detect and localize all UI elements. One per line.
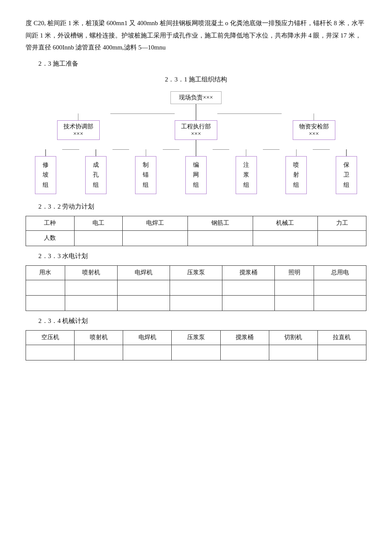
section-234-title: 2．3．4 机械计划 <box>38 315 366 327</box>
machine-c4 <box>220 345 269 360</box>
machine-header-row: 空压机 喷射机 电焊机 压浆泵 搅浆桶 切割机 拉直机 <box>26 330 366 345</box>
utility-c3 <box>170 280 222 295</box>
utility-c2 <box>117 280 170 295</box>
intro-paragraph: 度 C20, 桩间距 1 米，桩顶梁 600mn1 又 400mnb 桩间挂钢板… <box>26 17 366 54</box>
machine-c6 <box>317 345 366 360</box>
utility-row1 <box>26 280 366 295</box>
utility-row2 <box>26 295 366 311</box>
utility-h6: 总用电 <box>314 265 366 280</box>
utility-h2: 电焊机 <box>117 265 170 280</box>
org-l2-v3 <box>196 149 196 156</box>
org-l2-5: 喷 射 组 <box>285 156 307 194</box>
labor-h0: 工种 <box>26 216 75 230</box>
labor-cell-2 <box>123 230 188 246</box>
utility-h1: 喷射机 <box>65 265 117 280</box>
labor-h3: 钢筋工 <box>188 216 253 230</box>
utility-c0 <box>26 280 65 295</box>
utility-r2c3 <box>170 295 222 311</box>
org-l1-2: 物资安检部 ××× <box>293 120 335 140</box>
utility-c4 <box>222 280 275 295</box>
utility-h0: 用水 <box>26 265 65 280</box>
utility-header-row: 用水 喷射机 电焊机 压浆泵 搅浆桶 照明 总用电 <box>26 265 366 280</box>
org-v1 <box>78 113 79 120</box>
utility-r2c2 <box>117 295 170 311</box>
machine-table-container: 空压机 喷射机 电焊机 压浆泵 搅浆桶 切割机 拉直机 <box>26 330 366 360</box>
machine-data-row <box>26 345 366 360</box>
org-l2-0: 修 坡 组 <box>35 156 56 194</box>
machine-table: 空压机 喷射机 电焊机 压浆泵 搅浆桶 切割机 拉直机 <box>26 330 366 360</box>
section-233-title: 2．3．3 水电计划 <box>38 250 366 262</box>
utility-h3: 压浆泵 <box>170 265 222 280</box>
utility-h5: 照明 <box>275 265 314 280</box>
labor-cell-5 <box>318 230 366 246</box>
labor-row-label: 人数 <box>26 230 75 246</box>
org-l2-v2 <box>146 149 147 156</box>
utility-r2c0 <box>26 295 65 311</box>
utility-r2c4 <box>222 295 275 311</box>
machine-c0 <box>26 345 75 360</box>
utility-r2c1 <box>65 295 117 311</box>
machine-h6: 拉直机 <box>317 330 366 345</box>
machine-h4: 搅浆桶 <box>220 330 269 345</box>
utility-c1 <box>65 280 117 295</box>
machine-c2 <box>123 345 172 360</box>
machine-h1: 喷射机 <box>75 330 123 345</box>
org-v3 <box>314 113 314 120</box>
org-l1-1: 工程执行部 ××× <box>175 120 217 140</box>
org-l2-v6 <box>346 149 347 156</box>
utility-c5 <box>275 280 314 295</box>
org-l2-v5 <box>296 149 297 156</box>
machine-c3 <box>172 345 220 360</box>
machine-h0: 空压机 <box>26 330 75 345</box>
machine-h3: 压浆泵 <box>172 330 220 345</box>
org-v2 <box>196 113 196 120</box>
org-root: 现场负责××× <box>170 91 222 104</box>
labor-h1: 电工 <box>74 216 123 230</box>
labor-cell-3 <box>188 230 253 246</box>
org-l2-v4 <box>246 149 247 156</box>
labor-table: 工种 电工 电焊工 钢筋工 机械工 力工 人数 <box>26 216 366 246</box>
utility-h4: 搅浆桶 <box>222 265 275 280</box>
org-l2-2: 制 锚 组 <box>135 156 156 194</box>
labor-data-row: 人数 <box>26 230 366 246</box>
machine-h2: 电焊机 <box>123 330 172 345</box>
labor-h5: 力工 <box>318 216 366 230</box>
utility-r2c5 <box>275 295 314 311</box>
org-l2-6: 保 卫 组 <box>336 156 357 194</box>
utility-r2c6 <box>314 295 366 311</box>
labor-h4: 机械工 <box>253 216 318 230</box>
section-23-title: 2．3 施工准备 <box>38 58 366 70</box>
utility-c6 <box>314 280 366 295</box>
labor-header-row: 工种 电工 电焊工 钢筋工 机械工 力工 <box>26 216 366 230</box>
org-chart: 现场负责××× 技术协调部 ××× <box>26 91 366 194</box>
org-l2-1: 成 孔 组 <box>85 156 107 194</box>
labor-table-container: 工种 电工 电焊工 钢筋工 机械工 力工 人数 <box>26 216 366 246</box>
utility-table: 用水 喷射机 电焊机 压浆泵 搅浆桶 照明 总用电 <box>26 265 366 311</box>
labor-cell-4 <box>253 230 318 246</box>
utility-table-container: 用水 喷射机 电焊机 压浆泵 搅浆桶 照明 总用电 <box>26 265 366 311</box>
machine-c5 <box>269 345 317 360</box>
org-l2-v1 <box>95 149 96 156</box>
labor-h2: 电焊工 <box>123 216 188 230</box>
org-connector-root <box>196 104 196 113</box>
machine-h5: 切割机 <box>269 330 317 345</box>
org-l2-3: 编 网 组 <box>185 156 207 194</box>
section-231-title: 2．3．1 施工组织结构 <box>26 74 366 85</box>
org-l2-4: 注 浆 组 <box>236 156 257 194</box>
org-l1-0: 技术协调部 ××× <box>57 120 100 140</box>
section-232-title: 2．3．2 劳动力计划 <box>38 201 366 212</box>
labor-cell-1 <box>74 230 123 246</box>
org-l2-v0 <box>45 149 46 156</box>
machine-c1 <box>75 345 123 360</box>
